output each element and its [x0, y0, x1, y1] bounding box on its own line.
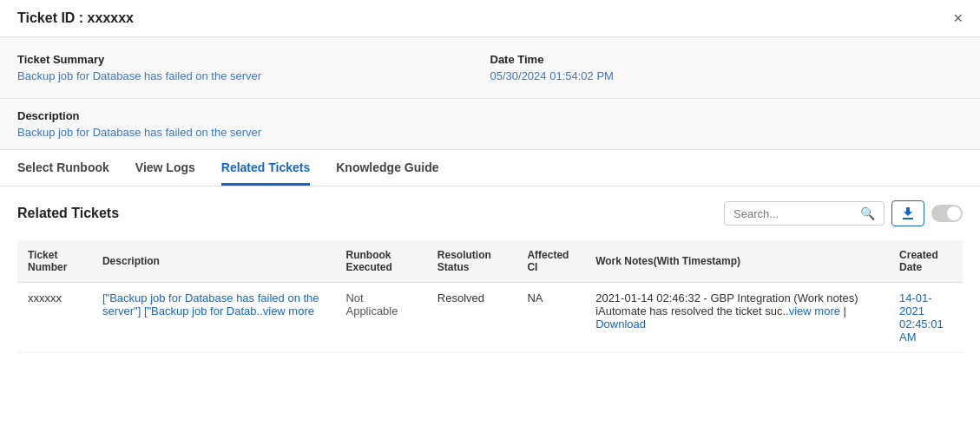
ticket-summary-block: Ticket Summary Backup job for Database h… — [17, 49, 490, 86]
cell-created-date: 14-01-202102:45:01 AM — [889, 283, 963, 353]
description-value: Backup job for Database has failed on th… — [17, 126, 963, 139]
col-runbook-executed: Runbook Executed — [335, 240, 426, 283]
ticket-summary-label: Ticket Summary — [17, 53, 490, 66]
description-link[interactable]: ["Backup job for Database has failed on … — [102, 291, 319, 317]
table-header: Ticket Number Description Runbook Execut… — [17, 240, 963, 283]
date-time-label: Date Time — [490, 53, 964, 66]
tabs-bar: Select Runbook View Logs Related Tickets… — [0, 150, 980, 187]
tab-select-runbook[interactable]: Select Runbook — [17, 150, 109, 186]
download-link[interactable]: Download — [595, 317, 646, 330]
col-description: Description — [92, 240, 336, 283]
cell-resolution-status: Resolved — [427, 283, 517, 353]
download-icon — [901, 206, 915, 220]
col-affected-ci: Affected CI — [516, 240, 585, 283]
related-tickets-table: Ticket Number Description Runbook Execut… — [17, 240, 963, 353]
tab-related-tickets[interactable]: Related Tickets — [221, 150, 310, 186]
table-row: xxxxxx ["Backup job for Database has fai… — [17, 283, 963, 353]
date-time-value: 05/30/2024 01:54:02 PM — [490, 69, 964, 82]
col-ticket-number: Ticket Number — [17, 240, 92, 283]
view-more-desc[interactable]: view more — [263, 304, 314, 317]
content-header: Related Tickets 🔍 — [17, 200, 963, 226]
col-work-notes: Work Notes(With Timestamp) — [585, 240, 889, 283]
cell-work-notes: 2021-01-14 02:46:32 - GBP Integration (W… — [585, 283, 889, 353]
cell-affected-ci: NA — [516, 283, 585, 353]
tab-view-logs[interactable]: View Logs — [135, 150, 195, 186]
col-created-date: Created Date — [889, 240, 963, 283]
ticket-summary-value: Backup job for Database has failed on th… — [17, 69, 490, 82]
modal-header: Ticket ID : xxxxxx × — [0, 0, 980, 37]
modal-container: Ticket ID : xxxxxx × Ticket Summary Back… — [0, 0, 980, 367]
search-icon: 🔍 — [860, 206, 875, 220]
content-area: Related Tickets 🔍 Ticket Numb — [0, 187, 980, 367]
header-controls: 🔍 — [724, 200, 963, 226]
search-input[interactable] — [733, 207, 855, 220]
close-button[interactable]: × — [953, 10, 963, 26]
svg-rect-0 — [903, 218, 913, 219]
description-section: Description Backup job for Database has … — [0, 99, 980, 150]
section-title: Related Tickets — [17, 206, 119, 221]
tab-knowledge-guide[interactable]: Knowledge Guide — [336, 150, 438, 186]
modal-title: Ticket ID : xxxxxx — [17, 10, 134, 26]
download-icon-button[interactable] — [891, 200, 924, 226]
cell-ticket-number: xxxxxx — [17, 283, 92, 353]
info-section: Ticket Summary Backup job for Database h… — [0, 37, 980, 99]
date-time-block: Date Time 05/30/2024 01:54:02 PM — [490, 49, 964, 86]
description-label: Description — [17, 109, 963, 122]
view-more-work-notes[interactable]: view more — [789, 304, 840, 317]
table-body: xxxxxx ["Backup job for Database has fai… — [17, 283, 963, 353]
toggle-switch[interactable] — [931, 205, 963, 222]
cell-runbook-executed: Not Applicable — [335, 283, 426, 353]
col-resolution-status: Resolution Status — [427, 240, 517, 283]
table-header-row: Ticket Number Description Runbook Execut… — [17, 240, 963, 283]
search-box: 🔍 — [724, 201, 885, 226]
cell-description: ["Backup job for Database has failed on … — [92, 283, 336, 353]
